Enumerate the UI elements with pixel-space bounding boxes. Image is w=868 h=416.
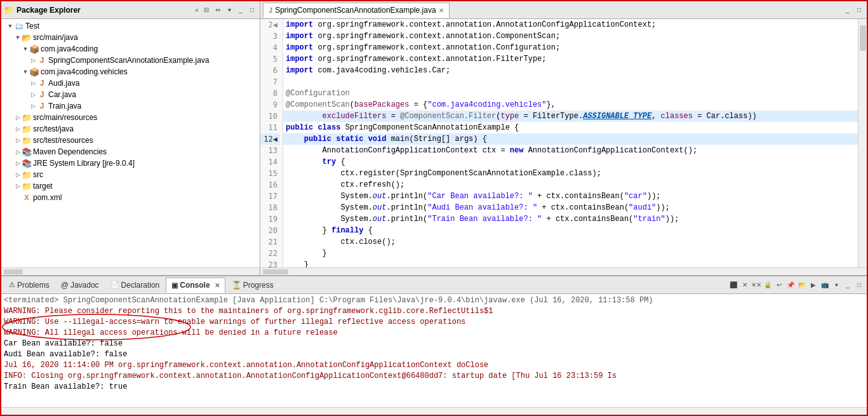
collapse-all-button[interactable]: ⊟: [201, 5, 211, 15]
line-num: 16: [260, 179, 280, 191]
line-numbers: 2◀ 3 4 5 6 7 8 9 10 11 12◀ 13 14 15: [260, 19, 283, 267]
line-num: 18: [260, 202, 280, 213]
pin-console-button[interactable]: 📌: [785, 280, 796, 290]
tree-label: src/main/resources: [33, 113, 97, 122]
arrow-icon: ▼: [22, 69, 29, 75]
tree-item-test[interactable]: ▼ 🗂 Test: [1, 20, 260, 32]
tree-label: JRE System Library [jre-9.0.4]: [33, 159, 135, 168]
code-line: }: [283, 259, 858, 267]
java-file-icon: J: [269, 6, 272, 14]
tab-close-icon[interactable]: ✕: [439, 7, 444, 14]
editor-max-button[interactable]: □: [854, 5, 864, 15]
package-icon: 📦: [29, 67, 39, 77]
open-console-button[interactable]: 📂: [797, 280, 807, 290]
remove-button[interactable]: ✕: [740, 280, 750, 290]
tab-close-icon[interactable]: ✕: [215, 282, 220, 289]
maximize-button[interactable]: □: [247, 5, 257, 15]
word-wrap-button[interactable]: ↩: [774, 280, 784, 290]
tab-label: Console: [180, 281, 210, 290]
panel-maximize-button[interactable]: □: [854, 280, 864, 290]
tab-progress[interactable]: ⏳ Progress: [227, 278, 279, 293]
scroll-lock-button[interactable]: 🔒: [763, 280, 773, 290]
folder-icon: 📁: [22, 181, 32, 191]
console-new-button[interactable]: ▶: [808, 280, 818, 290]
code-line: AnnotationConfigApplicationContext ctx =…: [283, 145, 858, 156]
tree-label: Test: [25, 22, 39, 30]
top-area: 📁 Package Explorer ✕ ⊟ ⇔ ▾ _ □ ▼ 🗂 Test: [1, 1, 867, 275]
code-line-highlighted: excludeFilters = @ComponentScan.Filter(t…: [283, 111, 858, 122]
tab-javadoc[interactable]: @ Javadoc: [56, 278, 104, 293]
console-line: <terminated> SpringComponentScanAnnotati…: [4, 295, 864, 306]
tab-console[interactable]: ▣ Console ✕: [166, 278, 225, 293]
tree-label: Audi.java: [48, 79, 79, 88]
link-editor-button[interactable]: ⇔: [213, 5, 223, 15]
tab-problems[interactable]: ⚠ Problems: [4, 278, 55, 293]
display-button[interactable]: 📺: [820, 280, 830, 290]
tree-item-src[interactable]: ▷ 📁 src: [1, 169, 260, 180]
console-line: WARNING: Use --illegal-access=warn to en…: [4, 317, 864, 328]
java-icon: J: [37, 55, 47, 65]
panel-menu-button[interactable]: ▾: [831, 280, 841, 290]
line-num: 15: [260, 168, 280, 179]
tree-label: target: [33, 182, 53, 191]
tree-label: Train.java: [48, 102, 81, 111]
console-line-train-bean: Train Bean available?: true: [4, 382, 864, 393]
remove-all-button[interactable]: ✕✕: [751, 280, 761, 290]
tree-item-com-java4coding[interactable]: ▼ 📦 com.java4coding: [1, 43, 260, 55]
tree-item-train-java[interactable]: ▷ J Train.java: [1, 100, 260, 112]
tab-declaration[interactable]: 📄 Declaration: [105, 278, 165, 293]
code-line: import com.java4coding.vehicles.Car;: [283, 65, 858, 76]
panel-minimize-button[interactable]: _: [843, 280, 853, 290]
tree-item-pom[interactable]: X pom.xml: [1, 192, 260, 203]
tree-item-src-test-java[interactable]: ▷ 📁 src/test/java: [1, 123, 260, 135]
editor-scrollbar-v[interactable]: [858, 19, 867, 267]
code-line: @Configuration: [283, 88, 858, 99]
xml-icon: X: [22, 192, 32, 203]
tree-item-jre-lib[interactable]: ▷ 📚 JRE System Library [jre-9.0.4]: [1, 158, 260, 169]
tree-item-src-main-res[interactable]: ▷ 📁 src/main/resources: [1, 112, 260, 123]
code-line-active: public static void main(String[] args) {: [283, 133, 858, 145]
minimize-button[interactable]: _: [236, 5, 246, 15]
jar-icon: 📚: [22, 158, 32, 168]
code-line: import org.springframework.context.annot…: [283, 30, 858, 42]
bottom-tabs: ⚠ Problems @ Javadoc 📄 Declaration ▣ Con…: [1, 276, 867, 294]
main-window: 📁 Package Explorer ✕ ⊟ ⇔ ▾ _ □ ▼ 🗂 Test: [0, 0, 868, 416]
line-num: 19: [260, 213, 280, 225]
code-lines[interactable]: import org.springframework.context.annot…: [283, 19, 858, 267]
code-line: ctx.register(SpringComponentScanAnnotati…: [283, 168, 858, 179]
code-line: ctx.refresh();: [283, 179, 858, 191]
menu-button[interactable]: ▾: [224, 5, 234, 15]
editor-area: 2◀ 3 4 5 6 7 8 9 10 11 12◀ 13 14 15: [260, 19, 867, 275]
tree-item-vehicles-package[interactable]: ▼ 📦 com.java4coding.vehicles: [1, 66, 260, 77]
line-num: 14: [260, 156, 280, 168]
code-line: import org.springframework.context.annot…: [283, 42, 858, 53]
line-num: 9: [260, 99, 280, 111]
arrow-icon: ▷: [14, 114, 22, 121]
code-line: } finally {: [283, 225, 858, 236]
code-line: @ComponentScan(basePackages = {"com.java…: [283, 99, 858, 111]
tree-item-maven-deps[interactable]: ▷ 📚 Maven Dependencies: [1, 146, 260, 158]
tree-item-src-main-java[interactable]: ▼ 📂 src/main/java: [1, 32, 260, 43]
tree-label: SpringComponentScanAnnotationExample.jav…: [48, 56, 210, 65]
editor-tab[interactable]: J SpringComponentScanAnnotationExample.j…: [263, 3, 450, 18]
editor-min-button[interactable]: _: [843, 5, 853, 15]
tree-item-main-java[interactable]: ▷ J SpringComponentScanAnnotationExample…: [1, 55, 260, 66]
editor-scrollbar-h[interactable]: [260, 267, 867, 275]
java-icon: J: [37, 101, 47, 111]
tree-item-audi-java[interactable]: ▷ J Audi.java: [1, 77, 260, 89]
arrow-icon: ▷: [14, 171, 22, 178]
console-line: Jul 16, 2020 11:14:00 PM org.springframe…: [4, 360, 864, 371]
tree-item-car-java[interactable]: ▷ J Car.java: [1, 89, 260, 100]
tree-item-target[interactable]: ▷ 📁 target: [1, 180, 260, 192]
line-num: 4: [260, 42, 280, 53]
code-line: }: [283, 248, 858, 259]
arrow-icon: ▷: [14, 149, 22, 155]
explorer-scrollbar-h[interactable]: [1, 267, 260, 275]
arrow-icon: ▷: [14, 137, 22, 144]
tree-item-src-test-res[interactable]: ▷ 📁 src/test/resources: [1, 135, 260, 146]
package-explorer-tree: ▼ 🗂 Test ▼ 📂 src/main/java ▼ 📦 com.java4…: [1, 19, 260, 267]
close-icon[interactable]: ✕: [195, 6, 199, 14]
stop-button[interactable]: ⬛: [728, 280, 738, 290]
tab-label: Progress: [243, 281, 274, 290]
console-scrollbar-h[interactable]: [1, 407, 867, 415]
